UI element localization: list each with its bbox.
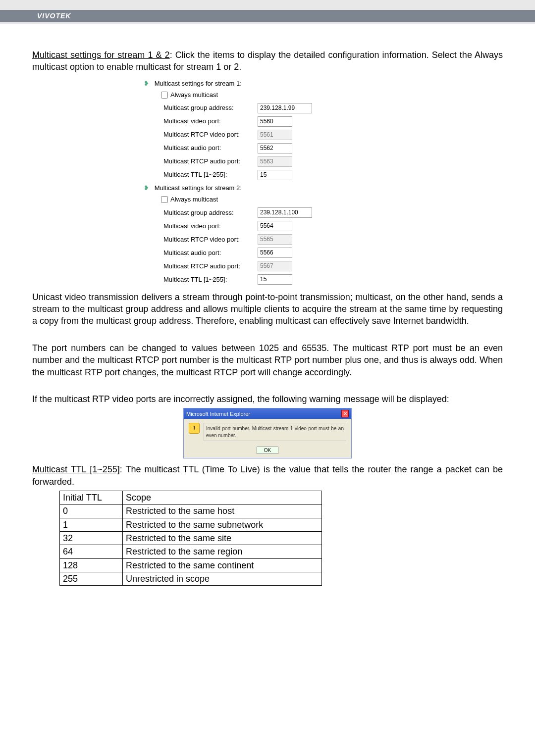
- top-gray-bar: [0, 0, 535, 10]
- s2-rtcp-audio-input: [258, 261, 292, 271]
- ttl-cell: 0: [60, 504, 123, 518]
- ttl-cell: 32: [60, 531, 123, 545]
- page-content: Multicast settings for stream 1 & 2: Cli…: [0, 24, 535, 605]
- stream1-always-multicast-checkbox[interactable]: [161, 92, 168, 99]
- table-row: 1Restricted to the same subnetwork: [60, 518, 322, 531]
- brand-header: VIVOTEK: [0, 10, 535, 22]
- s1-rtcp-video-input: [258, 130, 292, 140]
- scope-cell: Unrestricted in scope: [123, 572, 322, 585]
- table-row: 128Restricted to the same continent: [60, 558, 322, 572]
- paragraph-unicast: Unicast video transmission delivers a st…: [32, 291, 503, 327]
- chevron-down-icon: ❥: [144, 79, 153, 88]
- scope-cell: Restricted to the same region: [123, 545, 322, 558]
- s2-rtcp-video-label: Multicast RTCP video port:: [144, 235, 258, 244]
- dialog-message: Invalid port number. Multicast stream 1 …: [204, 423, 346, 441]
- stream1-title-row[interactable]: ❥ Multicast settings for stream 1:: [144, 77, 391, 90]
- s2-audio-port-label: Multicast audio port:: [144, 249, 258, 257]
- ttl-cell: 128: [60, 558, 123, 572]
- ttl-cell: 255: [60, 572, 123, 585]
- stream1-always-label: Always multicast: [170, 91, 218, 100]
- ttl-heading: Multicast TTL [1~255]: [32, 464, 120, 474]
- s1-rtcp-audio-label: Multicast RTCP audio port:: [144, 157, 258, 166]
- s1-ttl-label: Multicast TTL [1~255]:: [144, 170, 258, 179]
- s1-video-port-label: Multicast video port:: [144, 117, 258, 126]
- warning-dialog: Microsoft Internet Explorer ✕ ! Invalid …: [183, 408, 352, 458]
- ttl-cell: 64: [60, 545, 123, 558]
- ttl-col2-header: Scope: [123, 491, 322, 504]
- intro-heading: Multicast settings for stream 1 & 2: [32, 50, 170, 60]
- intro-paragraph: Multicast settings for stream 1 & 2: Cli…: [32, 49, 503, 73]
- table-row: 0Restricted to the same host: [60, 504, 322, 518]
- scope-cell: Restricted to the same subnetwork: [123, 518, 322, 531]
- s2-group-addr-input[interactable]: [258, 207, 312, 218]
- s2-audio-port-input[interactable]: [258, 248, 292, 258]
- stream2-always-label: Always multicast: [170, 195, 218, 204]
- s2-rtcp-video-input: [258, 234, 292, 245]
- table-row: Initial TTL Scope: [60, 491, 322, 504]
- table-row: 255Unrestricted in scope: [60, 572, 322, 585]
- s2-rtcp-audio-label: Multicast RTCP audio port:: [144, 262, 258, 271]
- warning-icon: !: [189, 423, 200, 434]
- dialog-title-text: Microsoft Internet Explorer: [186, 410, 250, 418]
- s2-video-port-label: Multicast video port:: [144, 222, 258, 231]
- stream2-title: Multicast settings for stream 2:: [155, 184, 242, 192]
- stream2-title-row[interactable]: ❥ Multicast settings for stream 2:: [144, 182, 391, 195]
- paragraph-ports: The port numbers can be changed to value…: [32, 342, 503, 378]
- table-row: 32Restricted to the same site: [60, 531, 322, 545]
- scope-cell: Restricted to the same continent: [123, 558, 322, 572]
- s1-rtcp-video-label: Multicast RTCP video port:: [144, 130, 258, 139]
- scope-cell: Restricted to the same site: [123, 531, 322, 545]
- s1-rtcp-audio-input: [258, 156, 292, 167]
- scope-cell: Restricted to the same host: [123, 504, 322, 518]
- s2-group-addr-label: Multicast group address:: [144, 208, 258, 217]
- table-row: 64Restricted to the same region: [60, 545, 322, 558]
- chevron-down-icon: ❥: [144, 184, 153, 193]
- ttl-cell: 1: [60, 518, 123, 531]
- stream1-title: Multicast settings for stream 1:: [155, 80, 242, 87]
- stream2-always-multicast-checkbox[interactable]: [161, 196, 168, 203]
- s1-group-addr-input[interactable]: [258, 103, 312, 113]
- ttl-table: Initial TTL Scope 0Restricted to the sam…: [59, 491, 322, 586]
- s1-audio-port-input[interactable]: [258, 143, 292, 153]
- ttl-paragraph: Multicast TTL [1~255]: The multicast TTL…: [32, 463, 503, 488]
- paragraph-warning-intro: If the multicast RTP video ports are inc…: [32, 393, 503, 405]
- stream1-settings: ❥ Multicast settings for stream 1: Alway…: [144, 77, 391, 286]
- ttl-col1-header: Initial TTL: [60, 491, 123, 504]
- s1-audio-port-label: Multicast audio port:: [144, 144, 258, 152]
- close-icon[interactable]: ✕: [341, 410, 349, 417]
- s2-ttl-input[interactable]: [258, 274, 292, 285]
- s2-video-port-input[interactable]: [258, 221, 292, 231]
- s1-group-addr-label: Multicast group address:: [144, 103, 258, 112]
- s2-ttl-label: Multicast TTL [1~255]:: [144, 275, 258, 284]
- dialog-ok-button[interactable]: OK: [257, 447, 278, 454]
- s1-ttl-input[interactable]: [258, 170, 292, 180]
- s1-video-port-input[interactable]: [258, 116, 292, 127]
